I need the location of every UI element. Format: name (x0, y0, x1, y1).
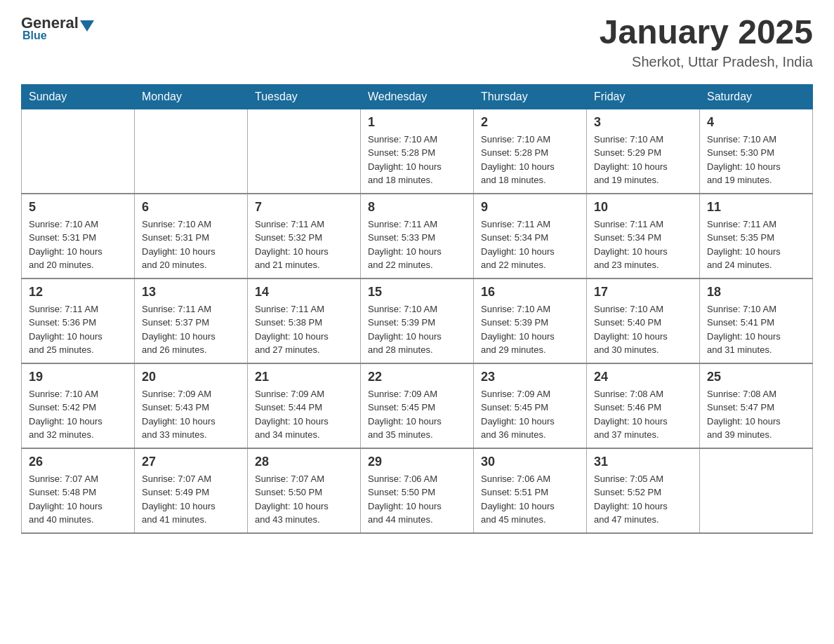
table-row: 20Sunrise: 7:09 AMSunset: 5:43 PMDayligh… (135, 363, 248, 448)
day-number: 12 (29, 285, 127, 300)
month-title: January 2025 (600, 14, 813, 51)
calendar-week-row: 19Sunrise: 7:10 AMSunset: 5:42 PMDayligh… (22, 363, 813, 448)
day-number: 6 (142, 200, 240, 215)
calendar-week-row: 12Sunrise: 7:11 AMSunset: 5:36 PMDayligh… (22, 279, 813, 363)
day-number: 2 (481, 115, 579, 130)
day-info: Sunrise: 7:07 AMSunset: 5:49 PMDaylight:… (142, 472, 240, 527)
header-tuesday: Tuesday (248, 84, 361, 109)
table-row: 19Sunrise: 7:10 AMSunset: 5:42 PMDayligh… (22, 363, 135, 448)
table-row: 2Sunrise: 7:10 AMSunset: 5:28 PMDaylight… (474, 109, 587, 194)
table-row: 28Sunrise: 7:07 AMSunset: 5:50 PMDayligh… (248, 448, 361, 533)
day-number: 18 (707, 285, 805, 300)
table-row: 23Sunrise: 7:09 AMSunset: 5:45 PMDayligh… (474, 363, 587, 448)
day-info: Sunrise: 7:06 AMSunset: 5:50 PMDaylight:… (368, 472, 466, 527)
day-number: 14 (255, 285, 353, 300)
table-row: 17Sunrise: 7:10 AMSunset: 5:40 PMDayligh… (587, 279, 700, 363)
table-row (22, 109, 135, 194)
day-number: 15 (368, 285, 466, 300)
day-info: Sunrise: 7:10 AMSunset: 5:39 PMDaylight:… (481, 302, 579, 357)
day-number: 30 (481, 455, 579, 469)
table-row: 12Sunrise: 7:11 AMSunset: 5:36 PMDayligh… (22, 279, 135, 363)
day-info: Sunrise: 7:11 AMSunset: 5:38 PMDaylight:… (255, 302, 353, 357)
table-row: 6Sunrise: 7:10 AMSunset: 5:31 PMDaylight… (135, 194, 248, 279)
day-info: Sunrise: 7:10 AMSunset: 5:30 PMDaylight:… (707, 133, 805, 187)
day-info: Sunrise: 7:11 AMSunset: 5:32 PMDaylight:… (255, 217, 353, 272)
day-info: Sunrise: 7:10 AMSunset: 5:41 PMDaylight:… (707, 302, 805, 357)
table-row: 31Sunrise: 7:05 AMSunset: 5:52 PMDayligh… (587, 448, 700, 533)
table-row: 13Sunrise: 7:11 AMSunset: 5:37 PMDayligh… (135, 279, 248, 363)
table-row: 25Sunrise: 7:08 AMSunset: 5:47 PMDayligh… (700, 363, 813, 448)
day-number: 27 (142, 455, 240, 469)
day-number: 5 (29, 200, 127, 215)
day-info: Sunrise: 7:11 AMSunset: 5:34 PMDaylight:… (481, 217, 579, 272)
day-number: 20 (142, 370, 240, 384)
day-number: 13 (142, 285, 240, 300)
day-info: Sunrise: 7:09 AMSunset: 5:43 PMDaylight:… (142, 387, 240, 442)
day-info: Sunrise: 7:09 AMSunset: 5:45 PMDaylight:… (481, 387, 579, 442)
title-section: January 2025 Sherkot, Uttar Pradesh, Ind… (600, 14, 813, 70)
day-info: Sunrise: 7:10 AMSunset: 5:42 PMDaylight:… (29, 387, 127, 442)
day-info: Sunrise: 7:08 AMSunset: 5:46 PMDaylight:… (594, 387, 692, 442)
day-info: Sunrise: 7:11 AMSunset: 5:34 PMDaylight:… (594, 217, 692, 272)
day-number: 25 (707, 370, 805, 384)
day-number: 31 (594, 455, 692, 469)
table-row: 27Sunrise: 7:07 AMSunset: 5:49 PMDayligh… (135, 448, 248, 533)
header-friday: Friday (587, 84, 700, 109)
day-number: 10 (594, 200, 692, 215)
day-number: 1 (368, 115, 466, 130)
day-info: Sunrise: 7:10 AMSunset: 5:29 PMDaylight:… (594, 133, 692, 187)
day-number: 17 (594, 285, 692, 300)
day-info: Sunrise: 7:10 AMSunset: 5:28 PMDaylight:… (368, 133, 466, 187)
table-row: 21Sunrise: 7:09 AMSunset: 5:44 PMDayligh… (248, 363, 361, 448)
day-info: Sunrise: 7:08 AMSunset: 5:47 PMDaylight:… (707, 387, 805, 442)
calendar-week-row: 5Sunrise: 7:10 AMSunset: 5:31 PMDaylight… (22, 194, 813, 279)
table-row: 18Sunrise: 7:10 AMSunset: 5:41 PMDayligh… (700, 279, 813, 363)
day-info: Sunrise: 7:10 AMSunset: 5:31 PMDaylight:… (142, 217, 240, 272)
table-row: 1Sunrise: 7:10 AMSunset: 5:28 PMDaylight… (361, 109, 474, 194)
day-info: Sunrise: 7:11 AMSunset: 5:33 PMDaylight:… (368, 217, 466, 272)
day-info: Sunrise: 7:06 AMSunset: 5:51 PMDaylight:… (481, 472, 579, 527)
day-info: Sunrise: 7:09 AMSunset: 5:44 PMDaylight:… (255, 387, 353, 442)
day-info: Sunrise: 7:10 AMSunset: 5:31 PMDaylight:… (29, 217, 127, 272)
table-row: 22Sunrise: 7:09 AMSunset: 5:45 PMDayligh… (361, 363, 474, 448)
day-number: 4 (707, 115, 805, 130)
logo-blue-text: Blue (22, 29, 47, 42)
header-wednesday: Wednesday (361, 84, 474, 109)
day-number: 3 (594, 115, 692, 130)
day-number: 29 (368, 455, 466, 469)
logo: General Blue (21, 14, 95, 42)
logo-arrow-icon (80, 20, 94, 32)
table-row: 24Sunrise: 7:08 AMSunset: 5:46 PMDayligh… (587, 363, 700, 448)
table-row: 16Sunrise: 7:10 AMSunset: 5:39 PMDayligh… (474, 279, 587, 363)
table-row: 26Sunrise: 7:07 AMSunset: 5:48 PMDayligh… (22, 448, 135, 533)
day-info: Sunrise: 7:09 AMSunset: 5:45 PMDaylight:… (368, 387, 466, 442)
table-row: 29Sunrise: 7:06 AMSunset: 5:50 PMDayligh… (361, 448, 474, 533)
header-sunday: Sunday (22, 84, 135, 109)
day-number: 11 (707, 200, 805, 215)
table-row: 4Sunrise: 7:10 AMSunset: 5:30 PMDaylight… (700, 109, 813, 194)
header-thursday: Thursday (474, 84, 587, 109)
day-number: 16 (481, 285, 579, 300)
calendar-header-row: Sunday Monday Tuesday Wednesday Thursday… (22, 84, 813, 109)
day-info: Sunrise: 7:11 AMSunset: 5:35 PMDaylight:… (707, 217, 805, 272)
table-row: 14Sunrise: 7:11 AMSunset: 5:38 PMDayligh… (248, 279, 361, 363)
day-number: 21 (255, 370, 353, 384)
calendar-week-row: 1Sunrise: 7:10 AMSunset: 5:28 PMDaylight… (22, 109, 813, 194)
day-number: 22 (368, 370, 466, 384)
day-info: Sunrise: 7:07 AMSunset: 5:48 PMDaylight:… (29, 472, 127, 527)
location: Sherkot, Uttar Pradesh, India (600, 54, 813, 70)
day-info: Sunrise: 7:11 AMSunset: 5:37 PMDaylight:… (142, 302, 240, 357)
header-saturday: Saturday (700, 84, 813, 109)
header-monday: Monday (135, 84, 248, 109)
day-number: 9 (481, 200, 579, 215)
day-number: 23 (481, 370, 579, 384)
table-row: 30Sunrise: 7:06 AMSunset: 5:51 PMDayligh… (474, 448, 587, 533)
table-row: 3Sunrise: 7:10 AMSunset: 5:29 PMDaylight… (587, 109, 700, 194)
page-header: General Blue January 2025 Sherkot, Uttar… (21, 14, 813, 70)
day-number: 26 (29, 455, 127, 469)
calendar-week-row: 26Sunrise: 7:07 AMSunset: 5:48 PMDayligh… (22, 448, 813, 533)
day-info: Sunrise: 7:11 AMSunset: 5:36 PMDaylight:… (29, 302, 127, 357)
table-row: 9Sunrise: 7:11 AMSunset: 5:34 PMDaylight… (474, 194, 587, 279)
table-row (700, 448, 813, 533)
day-number: 28 (255, 455, 353, 469)
